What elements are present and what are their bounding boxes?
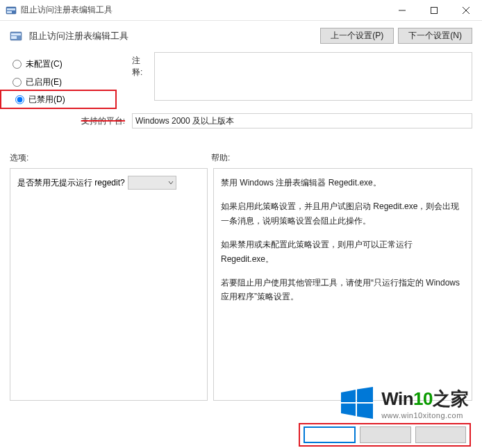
option-row: 是否禁用无提示运行 regedit?: [17, 176, 200, 190]
ok-button[interactable]: [304, 426, 356, 443]
app-icon: [6, 5, 17, 16]
supported-on-value: Windows 2000 及以上版本: [132, 113, 472, 128]
radio-disabled-highlight: 已禁用(D): [0, 90, 117, 109]
comment-textarea[interactable]: [154, 52, 472, 101]
help-p1: 禁用 Windows 注册表编辑器 Regedit.exe。: [221, 176, 465, 190]
minimize-button[interactable]: [386, 0, 418, 21]
header-row: 阻止访问注册表编辑工具 上一个设置(P) 下一个设置(N): [0, 21, 482, 49]
next-setting-button[interactable]: 下一个设置(N): [398, 28, 472, 44]
help-p4: 若要阻止用户使用其他管理工具，请使用“只运行指定的 Windows 应用程序”策…: [221, 276, 465, 304]
radio-disabled-input[interactable]: [15, 95, 24, 104]
help-p3: 如果禁用或未配置此策略设置，则用户可以正常运行 Regedit.exe。: [221, 238, 465, 266]
wm-win: Win: [381, 388, 413, 409]
watermark-text: Win10之家 www.win10xitong.com: [381, 387, 468, 420]
window-title: 阻止访问注册表编辑工具: [21, 4, 386, 16]
wm-10: 10: [413, 388, 433, 409]
radio-group: 未配置(C) 已启用(E) 已禁用(D): [10, 52, 128, 109]
windows-logo-icon: [338, 384, 376, 422]
radio-enabled-input[interactable]: [13, 78, 22, 87]
svg-marker-10: [357, 404, 373, 419]
cancel-button[interactable]: [360, 426, 410, 443]
option-combo[interactable]: [128, 176, 176, 190]
policy-icon: [10, 30, 22, 42]
radio-not-configured-input[interactable]: [13, 60, 22, 69]
wm-suffix: 之家: [433, 388, 468, 409]
watermark-brand: Win10之家: [381, 387, 468, 411]
prev-setting-button[interactable]: 上一个设置(P): [320, 28, 394, 44]
supported-on-text: Windows 2000 及以上版本: [135, 115, 234, 127]
lower-panels: 是否禁用无提示运行 regedit? 禁用 Windows 注册表编辑器 Reg…: [0, 168, 482, 401]
maximize-button[interactable]: [418, 0, 450, 21]
close-button[interactable]: [450, 0, 482, 21]
help-p2: 如果启用此策略设置，并且用户试图启动 Regedit.exe，则会出现一条消息，…: [221, 199, 465, 228]
section-labels: 选项: 帮助:: [0, 128, 482, 168]
svg-marker-8: [357, 387, 373, 402]
radio-disabled-label: 已禁用(D): [28, 94, 65, 106]
svg-rect-2: [7, 11, 12, 13]
config-grid: 未配置(C) 已启用(E) 已禁用(D) 注释:: [0, 49, 482, 109]
option-question: 是否禁用无提示运行 regedit?: [17, 177, 125, 189]
svg-rect-1: [7, 8, 15, 10]
apply-button[interactable]: [415, 426, 466, 443]
svg-rect-3: [431, 7, 438, 13]
svg-marker-7: [341, 390, 356, 402]
svg-marker-9: [341, 404, 356, 416]
svg-rect-5: [11, 33, 21, 35]
watermark-url: www.win10xitong.com: [381, 411, 463, 420]
policy-title: 阻止访问注册表编辑工具: [29, 30, 316, 42]
comment-block: 注释:: [132, 52, 472, 101]
radio-disabled[interactable]: 已禁用(D): [13, 92, 115, 106]
supported-on-row: 支持的平台: Windows 2000 及以上版本: [0, 109, 482, 128]
supported-on-label: 支持的平台:: [10, 113, 128, 128]
options-label: 选项:: [10, 152, 211, 164]
radio-not-configured-label: 未配置(C): [26, 58, 63, 70]
radio-enabled[interactable]: 已启用(E): [10, 73, 128, 91]
radio-enabled-label: 已启用(E): [26, 76, 62, 88]
radio-not-configured[interactable]: 未配置(C): [10, 55, 128, 73]
dialog-buttons-highlight: [299, 423, 471, 447]
help-panel[interactable]: 禁用 Windows 注册表编辑器 Regedit.exe。 如果启用此策略设置…: [213, 168, 472, 401]
watermark: Win10之家 www.win10xitong.com: [338, 384, 468, 422]
window-controls: [386, 0, 482, 21]
svg-rect-6: [11, 36, 17, 39]
help-label: 帮助:: [211, 152, 230, 164]
comment-label: 注释:: [132, 52, 150, 101]
titlebar: 阻止访问注册表编辑工具: [0, 0, 482, 21]
options-panel: 是否禁用无提示运行 regedit?: [10, 168, 208, 401]
chevron-down-icon: [168, 178, 174, 188]
